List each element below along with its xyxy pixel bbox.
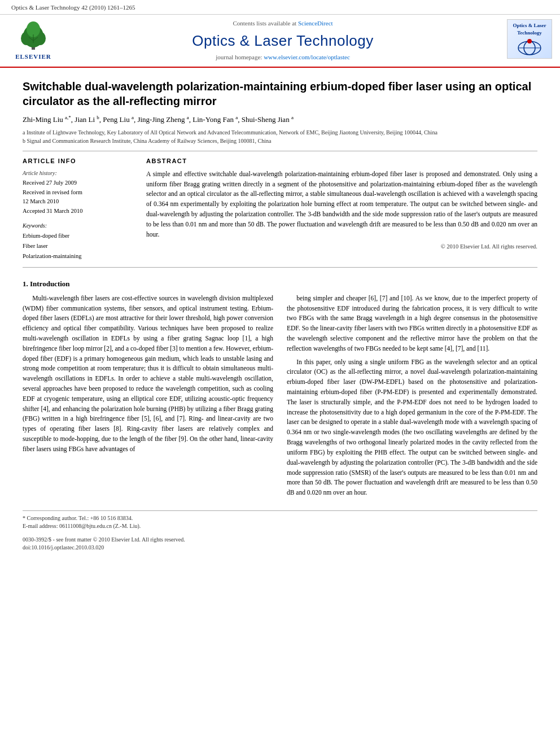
doi-line: doi:10.1016/j.optlastec.2010.03.020 (23, 544, 537, 552)
intro-title: 1. Introduction (23, 279, 537, 289)
article-info-title: ARTICLE INFO (23, 157, 133, 165)
logo-line2: Technology (517, 29, 542, 37)
intro-two-col: Multi-wavelength fiber lasers are cost-e… (23, 294, 537, 501)
article-history: Article history: Received 27 July 2009 R… (23, 169, 133, 216)
keyword-2: Fiber laser (23, 241, 133, 251)
journal-ref: Optics & Laser Technology 42 (2010) 1261… (11, 3, 135, 12)
footer-area: 0030-3992/$ - see front matter © 2010 El… (23, 536, 537, 552)
svg-point-11 (527, 39, 532, 43)
received-date: Received 27 July 2009 (23, 178, 133, 188)
affiliation-b: b Signal and Communication Research Inst… (23, 137, 537, 145)
affiliations: a Institute of Lightwave Technology, Key… (23, 128, 537, 145)
author-email: E-mail address: 06111008@bjtu.edu.cn (Z.… (23, 522, 537, 530)
keyword-3: Polarization-maintaining (23, 251, 133, 261)
history-label: Article history: (23, 169, 133, 177)
banner-center: Contents lists available at ScienceDirec… (65, 19, 500, 62)
article-info-col: ARTICLE INFO Article history: Received 2… (23, 157, 133, 261)
article-area: Switchable dual-wavelength polarization-… (0, 68, 560, 563)
intro-para-2: being simpler and cheaper [6], [7] and [… (287, 294, 537, 354)
footnote-area: * Corresponding author. Tel.: +86 10 516… (23, 510, 537, 530)
top-banner: ELSEVIER Contents lists available at Sci… (0, 15, 560, 67)
article-title: Switchable dual-wavelength polarization-… (23, 79, 537, 108)
article-info-abstract: ARTICLE INFO Article history: Received 2… (23, 157, 537, 261)
page-wrapper: Optics & Laser Technology 42 (2010) 1261… (0, 0, 560, 563)
keywords-section: Keywords: Erbium-doped fiber Fiber laser… (23, 222, 133, 261)
logo-graphic (515, 37, 544, 56)
homepage-link[interactable]: www.elsevier.com/locate/optlastec (264, 54, 350, 60)
accepted-date: Accepted 31 March 2010 (23, 207, 133, 216)
elsevier-tree-icon (16, 20, 50, 51)
divider-2 (23, 267, 537, 268)
elsevier-label: ELSEVIER (15, 53, 51, 61)
affiliation-a: a Institute of Lightwave Technology, Key… (23, 128, 537, 137)
intro-section: 1. Introduction Multi-wavelength fiber l… (23, 279, 537, 501)
received-revised-label: Received in revised form (23, 188, 133, 198)
abstract-text: A simple and effective switchable dual-w… (146, 169, 537, 240)
revised-date: 12 March 2010 (23, 197, 133, 207)
contents-line: Contents lists available at ScienceDirec… (233, 19, 333, 28)
abstract-col: ABSTRACT A simple and effective switchab… (146, 157, 537, 261)
divider-1 (23, 151, 537, 151)
intro-left: Multi-wavelength fiber lasers are cost-e… (23, 294, 273, 501)
authors: Zhi-Ming Liu a,*, Jian Li b, Peng Liu a,… (23, 114, 537, 125)
intro-para-1: Multi-wavelength fiber lasers are cost-e… (23, 294, 273, 455)
logo-line1: Optics & Laser (513, 22, 546, 29)
journal-title: Optics & Laser Technology (192, 30, 373, 51)
issn-line: 0030-3992/$ - see front matter © 2010 El… (23, 536, 537, 544)
intro-para-3: In this paper, only using a single unifo… (287, 357, 537, 498)
authors-text: Zhi-Ming Liu a,*, Jian Li b, Peng Liu a,… (23, 115, 294, 124)
journal-homepage: journal homepage: www.elsevier.com/locat… (216, 53, 350, 62)
keyword-1: Erbium-doped fiber (23, 231, 133, 241)
elsevier-logo: ELSEVIER (8, 19, 59, 62)
sciencedirect-link[interactable]: ScienceDirect (298, 20, 333, 27)
abstract-title: ABSTRACT (146, 157, 537, 165)
journal-logo: Optics & Laser Technology (507, 19, 552, 59)
journal-header: Optics & Laser Technology 42 (2010) 1261… (0, 0, 560, 15)
copyright: © 2010 Elsevier Ltd. All rights reserved… (146, 243, 537, 251)
keywords-label: Keywords: (23, 222, 133, 230)
corresponding-author: * Corresponding author. Tel.: +86 10 516… (23, 514, 537, 522)
intro-right: being simpler and cheaper [6], [7] and [… (287, 294, 537, 501)
